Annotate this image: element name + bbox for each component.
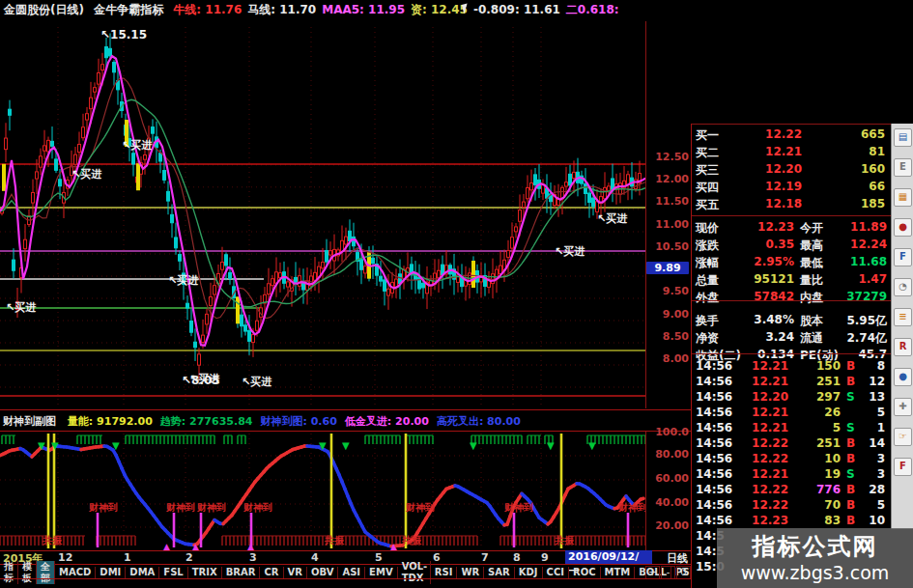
orderbook-row[interactable]: 买五12.18185 (696, 197, 887, 213)
panel-tool-icon[interactable]: F (894, 248, 912, 266)
panel-tool-icon[interactable]: ☞ (894, 428, 912, 446)
price-axis-label: 9.00 (646, 308, 689, 321)
tick-row: 14:5612.21251B12 (696, 375, 887, 388)
svg-text:▲: ▲ (247, 542, 254, 550)
candlestick-chart[interactable]: ↖买进↖买进↖买进↖买进↖买进↖买进↖买进↖买进↖15.15↖8.05 (0, 21, 645, 408)
panel-tool-icon[interactable]: ▤ (894, 128, 912, 147)
toolbar-indicator-KDJ[interactable]: KDJ (515, 567, 543, 578)
watermark-url: www.zbgs3.com (717, 562, 913, 583)
date-axis-row: 2016/09/12/— 日线 2015年12123456789 (0, 551, 692, 564)
quote-row: 涨幅2.95%最低11.68 (696, 255, 887, 271)
date-label: 8 (513, 551, 521, 564)
svg-text:▲: ▲ (390, 542, 397, 550)
zoom-button-+[interactable]: + (645, 566, 660, 579)
panel-tool-icon[interactable]: ≡ (894, 308, 912, 326)
orderbook-row[interactable]: 买一12.22665 (696, 127, 887, 144)
toolbar-indicator-DMI[interactable]: DMI (96, 567, 126, 578)
price-axis-highlight: 9.89 (646, 262, 689, 274)
date-label: 9 (541, 551, 549, 564)
quote-row: 换手3.48%股本5.95亿 (696, 313, 887, 329)
toolbar-tab-模板[interactable]: 模板 (18, 561, 37, 584)
toolbar-indicator-OBV[interactable]: OBV (307, 567, 338, 578)
subchart-header: 财神到副图 量能: 91792.00趋势: 277635.84财神到图: 0.6… (3, 414, 691, 430)
toolbar-indicator-CCI[interactable]: CCI (543, 567, 569, 578)
panel-tool-icon[interactable]: ◔ (894, 278, 912, 296)
panel-tool-icon[interactable]: F (894, 458, 912, 476)
toolbar-indicator-SAR[interactable]: SAR (484, 567, 515, 578)
panel-tool-icon[interactable]: ▦ (894, 188, 912, 207)
indicator-chart[interactable]: ▲▲▲▲▼▼▼▼▼▼▼▼共振共振共振共振财神到财神到财神到财神到财神到财神到财神… (0, 432, 645, 550)
svg-text:↖买进: ↖买进 (597, 212, 627, 225)
tick-row: 14:5612.21150B8 (696, 359, 887, 373)
watermark: 指标公式网 www.zbgs3.com (717, 528, 913, 588)
date-label: 4 (311, 551, 319, 564)
svg-text:共振: 共振 (554, 535, 575, 546)
svg-text:财神到: 财神到 (503, 502, 533, 513)
svg-text:↖15.15: ↖15.15 (100, 28, 147, 42)
svg-text:▼: ▼ (51, 440, 59, 451)
toolbar-indicator-FSL[interactable]: FSL (159, 567, 187, 578)
toolbar-indicator-DMA[interactable]: DMA (126, 567, 159, 578)
panel-tool-icon[interactable]: E (894, 158, 912, 177)
toolbar-indicator-TRIX[interactable]: TRIX (188, 567, 222, 578)
toolbar-indicator-VOL-TDX[interactable]: VOL-TDX (398, 561, 431, 584)
watermark-title: 指标公式网 (717, 531, 913, 562)
date-label: 5 (375, 551, 383, 564)
toolbar-indicator-WR[interactable]: WR (457, 567, 484, 578)
orderbook-row[interactable]: 买四12.1966 (696, 180, 887, 196)
svg-text:↖买进: ↖买进 (122, 139, 152, 152)
panel-tool-icon[interactable]: ● (894, 368, 912, 386)
svg-text:▼: ▼ (112, 440, 120, 451)
svg-text:↖8.05: ↖8.05 (182, 374, 220, 387)
subchart-fields: 量能: 91792.00趋势: 277635.84财神到图: 0.60低金叉进:… (68, 415, 528, 428)
svg-text:共振: 共振 (42, 535, 63, 546)
toolbar-indicator-RSI[interactable]: RSI (431, 567, 458, 578)
header-field: MAA5: 11.95 (322, 3, 405, 16)
toolbar-tab-selected[interactable]: 全部 (37, 561, 55, 584)
tick-row: 14:5612.2383B10 (696, 514, 887, 527)
svg-text:财神到: 财神到 (196, 502, 226, 513)
orderbook-row[interactable]: 买二12.2181 (696, 145, 887, 161)
indicator-axis: 100.080.0060.0040.0020.00 (645, 432, 693, 550)
panel-tool-icon[interactable]: ● (894, 218, 912, 237)
zoom-button--[interactable]: - (661, 566, 675, 579)
quote-row: 外盘57842内盘37279 (696, 290, 887, 306)
zoom-button-0[interactable]: 0 (676, 566, 691, 579)
orderbook-row[interactable]: 买三12.20160 (696, 162, 887, 179)
tick-row: 14:5612.22251B14 (696, 436, 887, 450)
current-date-box[interactable]: 2016/09/12/— (565, 550, 652, 564)
tick-row: 14:5612.22776B28 (696, 483, 887, 496)
svg-text:财神到: 财神到 (405, 502, 435, 513)
toolbar-indicator-BRAR[interactable]: BRAR (222, 567, 261, 578)
toolbar-indicator-VR[interactable]: VR (284, 567, 307, 578)
price-axis-label: 11.00 (646, 218, 689, 231)
tick-row: 14:5612.2119S3 (696, 467, 887, 481)
indicator-axis-label: 80.00 (646, 448, 689, 461)
price-axis: 12.5012.0011.5011.0010.509.899.509.008.5… (645, 21, 693, 408)
svg-text:财神到: 财神到 (88, 502, 118, 513)
svg-text:共振: 共振 (324, 535, 345, 546)
svg-text:▼: ▼ (319, 440, 327, 451)
stock-app-window: 金圆股份(日线) 金牛争霸指标 牛线: 11.76马线: 11.70MAA5: … (0, 0, 913, 588)
divider (0, 578, 692, 579)
svg-text:↖买进: ↖买进 (168, 274, 198, 287)
toolbar-indicator-ROC[interactable]: ROC (569, 567, 601, 578)
date-label: 3 (249, 551, 257, 564)
date-label: 7 (481, 551, 489, 564)
toolbar-indicator-MACD[interactable]: MACD (55, 567, 96, 578)
stock-title: 金圆股份(日线) (4, 3, 84, 16)
toolbar-tab-指标[interactable]: 指标 (0, 561, 18, 584)
side-tool-strip: ▤E▦●F◔≡R●✚☞F (891, 124, 913, 529)
toolbar-indicator-MTM[interactable]: MTM (601, 567, 636, 578)
svg-text:▼: ▼ (38, 440, 45, 451)
toolbar-indicator-EMV[interactable]: EMV (365, 567, 398, 578)
toolbar-indicator-CR[interactable]: CR (260, 567, 283, 578)
price-axis-label: 9.50 (646, 285, 689, 297)
panel-tool-icon[interactable]: ✚ (894, 398, 912, 416)
indicator-axis-label: 40.00 (646, 496, 689, 509)
panel-tool-icon[interactable]: R (894, 338, 912, 356)
chart-header: 金圆股份(日线) 金牛争霸指标 牛线: 11.76马线: 11.70MAA5: … (0, 0, 913, 21)
svg-text:▲: ▲ (163, 542, 170, 550)
toolbar-indicator-ASI[interactable]: ASI (338, 567, 365, 578)
indicator-toolbar: 指标模板全部MACDDMIDMAFSLTRIXBRARCRVROBVASIEMV… (0, 566, 692, 578)
